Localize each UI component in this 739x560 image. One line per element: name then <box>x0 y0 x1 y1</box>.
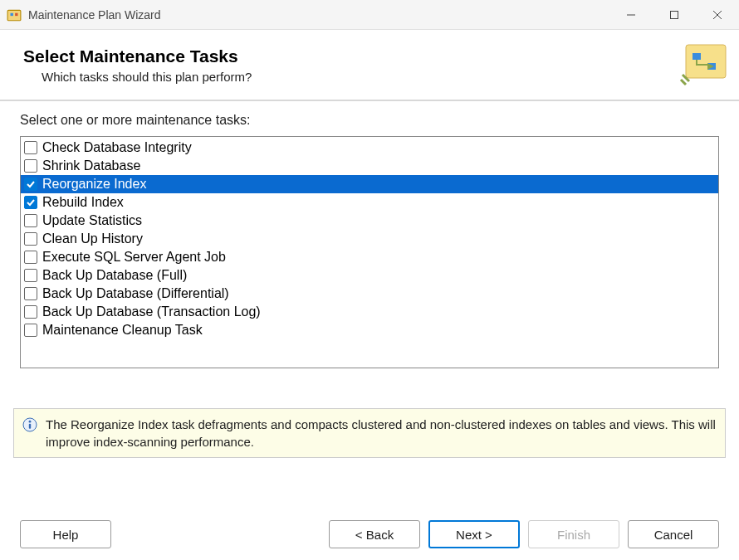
tasks-listbox[interactable]: Check Database IntegrityShrink DatabaseR… <box>20 136 719 368</box>
task-checkbox[interactable] <box>24 251 37 264</box>
page-title: Select Maintenance Tasks <box>23 46 678 66</box>
task-item[interactable]: Shrink Database <box>21 157 718 175</box>
svg-rect-2 <box>15 12 17 15</box>
minimize-button[interactable] <box>609 0 653 30</box>
svg-rect-0 <box>7 10 21 20</box>
button-bar: Help < Back Next > Finish Cancel <box>0 520 739 548</box>
back-button[interactable]: < Back <box>329 520 420 548</box>
task-item[interactable]: Execute SQL Server Agent Job <box>21 248 718 266</box>
content-area: Select one or more maintenance tasks: Ch… <box>0 101 739 368</box>
task-item[interactable]: Check Database Integrity <box>21 139 718 157</box>
svg-rect-13 <box>29 424 31 429</box>
task-item[interactable]: Back Up Database (Full) <box>21 266 718 285</box>
task-checkbox[interactable] <box>24 269 37 282</box>
page-subtitle: Which tasks should this plan perform? <box>42 70 678 84</box>
task-checkbox[interactable] <box>24 287 37 300</box>
task-item[interactable]: Reorganize Index <box>21 175 718 193</box>
task-checkbox[interactable] <box>24 178 37 191</box>
page-header: Select Maintenance Tasks Which tasks sho… <box>0 30 739 101</box>
task-item[interactable]: Back Up Database (Transaction Log) <box>21 303 718 321</box>
task-item[interactable]: Rebuild Index <box>21 193 718 212</box>
wizard-window: Maintenance Plan Wizard Select Maintenan… <box>0 0 739 560</box>
svg-rect-1 <box>11 12 13 15</box>
task-item[interactable]: Clean Up History <box>21 230 718 248</box>
task-checkbox[interactable] <box>24 141 37 154</box>
next-button[interactable]: Next > <box>428 520 520 548</box>
task-item[interactable]: Update Statistics <box>21 212 718 230</box>
task-label: Shrink Database <box>42 158 715 174</box>
svg-rect-7 <box>686 45 726 78</box>
task-label: Update Statistics <box>42 212 715 229</box>
task-label: Execute SQL Server Agent Job <box>42 249 715 265</box>
help-button[interactable]: Help <box>20 520 111 548</box>
task-checkbox[interactable] <box>24 305 37 319</box>
task-label: Back Up Database (Full) <box>42 267 715 284</box>
info-panel: The Reorganize Index task defragments an… <box>13 408 726 458</box>
task-checkbox[interactable] <box>24 214 37 227</box>
svg-rect-4 <box>671 11 678 18</box>
finish-button: Finish <box>528 520 619 548</box>
task-checkbox[interactable] <box>24 324 37 337</box>
wizard-header-icon <box>678 38 731 91</box>
app-icon <box>7 7 22 22</box>
cancel-button[interactable]: Cancel <box>628 520 719 548</box>
close-button[interactable] <box>696 0 739 30</box>
task-label: Reorganize Index <box>42 176 715 192</box>
task-label: Clean Up History <box>42 231 715 247</box>
svg-point-12 <box>29 421 32 423</box>
window-title: Maintenance Plan Wizard <box>28 8 161 22</box>
svg-rect-8 <box>693 53 701 60</box>
task-item[interactable]: Back Up Database (Differential) <box>21 285 718 303</box>
tasks-list-label: Select one or more maintenance tasks: <box>20 113 719 128</box>
maximize-button[interactable] <box>653 0 696 30</box>
info-text: The Reorganize Index task defragments an… <box>46 416 717 450</box>
task-label: Check Database Integrity <box>42 139 715 156</box>
task-label: Rebuild Index <box>42 194 715 211</box>
task-checkbox[interactable] <box>24 159 37 173</box>
task-checkbox[interactable] <box>24 196 37 209</box>
task-checkbox[interactable] <box>24 232 37 246</box>
titlebar: Maintenance Plan Wizard <box>0 0 739 30</box>
task-item[interactable]: Maintenance Cleanup Task <box>21 321 718 339</box>
info-icon <box>22 417 37 432</box>
task-label: Back Up Database (Differential) <box>42 285 715 302</box>
task-label: Back Up Database (Transaction Log) <box>42 304 715 320</box>
task-label: Maintenance Cleanup Task <box>42 322 715 338</box>
